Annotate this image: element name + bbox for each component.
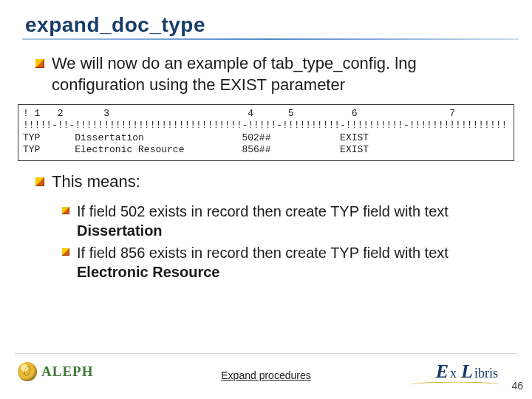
code-box: ! 1 2 3 4 5 6 7 !!!!!-!!-!!!!!!!!!!!!!!!… bbox=[18, 104, 514, 161]
bullet-intro: We will now do an example of tab_type_co… bbox=[35, 53, 507, 95]
page-number: 46 bbox=[511, 380, 523, 392]
sub-bullet-1: If field 856 exists in record then creat… bbox=[62, 243, 499, 282]
bullet-icon bbox=[35, 59, 44, 68]
means-label: This means: bbox=[52, 171, 140, 193]
code-ruler: !!!!!-!!-!!!!!!!!!!!!!!!!!!!!!!!!!!!!!-!… bbox=[23, 120, 507, 131]
footer: ALEPH Expand procedures Ex Libris 46 bbox=[0, 353, 532, 399]
code-row-0: TYP Dissertation 502## EXIST bbox=[23, 132, 369, 143]
bullet-icon bbox=[35, 177, 44, 186]
bullet-icon bbox=[62, 248, 69, 256]
slide: expand_doc_type We will now do an exampl… bbox=[0, 0, 532, 399]
code-row-1: TYP Electronic Resource 856## EXIST bbox=[23, 144, 369, 155]
sub-bullet-0: If field 502 exists in record then creat… bbox=[62, 202, 499, 240]
swoosh-icon bbox=[411, 382, 499, 386]
bullet-means: This means: bbox=[35, 171, 507, 193]
bullet-icon bbox=[62, 207, 69, 214]
slide-title: expand_doc_type bbox=[25, 13, 522, 37]
content-area: We will now do an example of tab_type_co… bbox=[10, 53, 522, 282]
footer-rule bbox=[15, 353, 517, 356]
means-1: If field 856 exists in record then creat… bbox=[77, 243, 499, 282]
footer-right-brand: Ex Libris bbox=[436, 361, 498, 383]
intro-text: We will now do an example of tab_type_co… bbox=[52, 53, 507, 95]
means-0: If field 502 exists in record then creat… bbox=[77, 202, 499, 240]
code-header: ! 1 2 3 4 5 6 7 bbox=[23, 108, 455, 119]
title-underline bbox=[22, 38, 519, 40]
